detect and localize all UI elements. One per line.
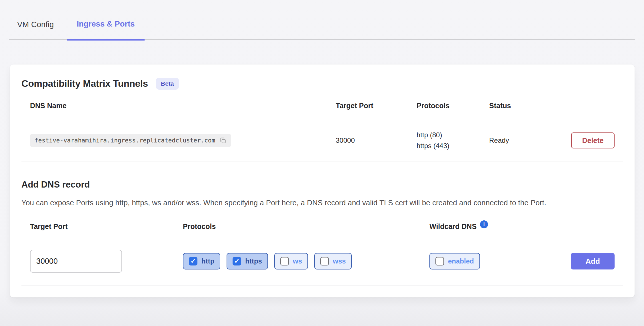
delete-button[interactable]: Delete: [571, 132, 615, 148]
protocol-chip-label: wss: [333, 257, 346, 265]
protocol-checkbox-ws[interactable]: ws: [274, 253, 308, 269]
protocol-checkbox-https[interactable]: https: [227, 253, 268, 269]
checkbox-icon: [435, 257, 444, 265]
tunnels-card: Compatibility Matrix Tunnels Beta DNS Na…: [10, 65, 635, 297]
column-header-dns-name: DNS Name: [30, 102, 336, 110]
page-title: Compatibility Matrix Tunnels: [21, 78, 148, 89]
protocol-chips: http https ws wss: [183, 253, 429, 269]
add-button[interactable]: Add: [571, 253, 615, 269]
checkbox-icon: [320, 257, 329, 265]
protocol-chip-label: http: [201, 257, 214, 265]
protocol-entry: https (443): [417, 140, 489, 151]
target-port-cell: 30000: [336, 136, 417, 144]
form-controls-row: http https ws wss enabled Add: [21, 250, 623, 273]
dns-name-pill: festive-varahamihira.ingress.replicatedc…: [30, 134, 231, 147]
tab-bar: VM Config Ingress & Ports: [9, 0, 635, 40]
dns-name-cell: festive-varahamihira.ingress.replicatedc…: [30, 134, 336, 147]
protocol-checkbox-http[interactable]: http: [183, 253, 220, 269]
tab-vm-config[interactable]: VM Config: [17, 20, 54, 39]
add-dns-section-title: Add DNS record: [21, 180, 623, 190]
status-cell: Ready: [489, 136, 561, 144]
table-header-row: DNS Name Target Port Protocols Status: [21, 102, 623, 119]
card-header: Compatibility Matrix Tunnels Beta: [21, 65, 623, 90]
column-header-target-port: Target Port: [336, 102, 417, 110]
protocol-chip-label: ws: [293, 257, 302, 265]
wildcard-enabled-checkbox[interactable]: enabled: [429, 253, 480, 269]
info-icon[interactable]: i: [480, 220, 488, 228]
protocols-cell: http (80) https (443): [417, 130, 489, 151]
column-header-protocols: Protocols: [417, 102, 489, 110]
checkbox-icon: [280, 257, 289, 265]
dns-name-text: festive-varahamihira.ingress.replicatedc…: [35, 137, 215, 144]
wildcard-chip-label: enabled: [448, 257, 474, 265]
label-protocols: Protocols: [183, 222, 429, 231]
wildcard-dns-cell: enabled Add: [429, 253, 615, 269]
label-wildcard-dns: Wildcard DNS: [429, 222, 477, 231]
row-actions: Delete: [561, 132, 615, 148]
beta-badge: Beta: [156, 78, 179, 90]
protocol-entry: http (80): [417, 130, 489, 140]
table-row: festive-varahamihira.ingress.replicatedc…: [21, 119, 623, 162]
tab-ingress-ports[interactable]: Ingress & Ports: [67, 19, 144, 41]
add-dns-description: You can expose Ports using http, https, …: [21, 197, 587, 208]
copy-icon[interactable]: [219, 137, 227, 144]
form-label-row: Target Port Protocols Wildcard DNS i: [21, 222, 623, 231]
checkbox-icon: [189, 257, 197, 265]
checkbox-icon: [233, 257, 241, 265]
protocol-chip-label: https: [245, 257, 262, 265]
label-wildcard-dns-wrap: Wildcard DNS i: [429, 222, 615, 231]
target-port-input[interactable]: [30, 250, 122, 273]
form-divider: [21, 240, 623, 240]
card-bottom-divider: [21, 285, 623, 285]
target-port-field-wrap: [30, 250, 183, 273]
label-target-port: Target Port: [30, 222, 183, 231]
protocol-checkbox-wss[interactable]: wss: [314, 253, 352, 269]
column-header-status: Status: [489, 102, 561, 110]
